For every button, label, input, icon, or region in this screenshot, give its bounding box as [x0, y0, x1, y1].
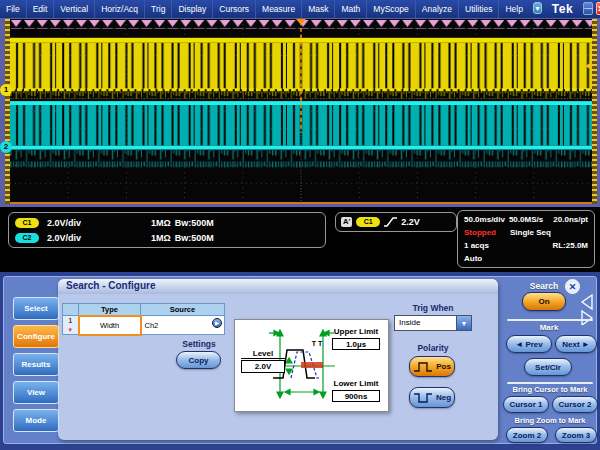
- trig-when-dropdown[interactable]: Inside ▼: [394, 315, 472, 331]
- acquisition-readout-box: 50.0ms/div 50.0MS/s 20.0ns/pt Stopped Si…: [457, 210, 595, 268]
- trigger-channel-badge: C1: [356, 217, 380, 227]
- positive-pulse-icon: [413, 362, 433, 372]
- index-header: [63, 304, 79, 316]
- trigger-level-value: 2.2V: [401, 217, 420, 227]
- channel-readout-box: C1 2.0V/div 1MΩ Bw:500M C2 2.0V/div 1MΩ …: [8, 212, 326, 248]
- chevron-down-icon[interactable]: ▼: [456, 316, 471, 330]
- lower-limit-value[interactable]: 900ns: [332, 390, 380, 402]
- cursor2-button[interactable]: Cursor 2: [552, 396, 598, 413]
- dialog-title: Search - Configure: [58, 279, 498, 294]
- t-marks: T T: [305, 340, 329, 347]
- ch1-waveform: [10, 38, 592, 99]
- acq-count-value: 1 acqs: [464, 241, 489, 250]
- ch1-ground-marker[interactable]: 1: [0, 84, 12, 96]
- bring-zoom-label: Bring Zoom to Mark: [500, 416, 600, 425]
- tab-view[interactable]: View: [13, 381, 59, 404]
- waveform-graticule[interactable]: [10, 19, 592, 204]
- menu-edit[interactable]: Edit: [27, 0, 55, 18]
- search-on-button[interactable]: On: [522, 292, 566, 311]
- table-row: 1 ▼ Width Ch2 ▶: [63, 316, 225, 335]
- polarity-label: Polarity: [392, 343, 474, 353]
- menu-overflow-chevron-icon[interactable]: ▼: [533, 2, 542, 14]
- ch2-impedance: 1MΩ: [151, 233, 171, 243]
- zoom2-button[interactable]: Zoom 2: [506, 427, 548, 443]
- source-cell[interactable]: Ch2 ▶: [141, 316, 225, 335]
- right-scale-ticks: [592, 19, 597, 204]
- tab-select[interactable]: Select: [13, 297, 59, 320]
- bring-cursor-label: Bring Cursor to Mark: [500, 385, 600, 394]
- timebase-value: 50.0ms/div: [464, 215, 505, 224]
- ch1-bandwidth: Bw:500M: [175, 218, 214, 228]
- copy-button[interactable]: Copy: [176, 351, 221, 369]
- polarity-pos-button[interactable]: Pos: [409, 356, 455, 377]
- upper-limit-label: Upper Limit: [327, 327, 385, 336]
- row-dropdown-icon: ▼: [67, 327, 73, 333]
- acq-state-value: Stopped: [464, 228, 496, 237]
- menu-help[interactable]: Help: [499, 0, 528, 18]
- minimize-icon[interactable]: —: [583, 2, 593, 15]
- rising-edge-icon: [384, 217, 397, 228]
- ch2-readout-row[interactable]: C2 2.0V/div 1MΩ Bw:500M: [15, 230, 319, 245]
- lower-limit-label: Lower Limit: [327, 379, 385, 388]
- search-panel: Search - Configure Select Configure Resu…: [0, 272, 600, 450]
- close-icon[interactable]: ✕: [596, 2, 600, 15]
- acq-mode-value: Single Seq: [510, 228, 551, 237]
- menu-math[interactable]: Math: [335, 0, 367, 18]
- ch2-scale: 2.0V/div: [47, 233, 113, 243]
- row-index-cell[interactable]: 1 ▼: [63, 316, 79, 335]
- trigger-level-marker[interactable]: [585, 62, 592, 70]
- menu-trig[interactable]: Trig: [145, 0, 172, 18]
- type-cell[interactable]: Width: [79, 316, 141, 335]
- trigger-source-label: A': [341, 217, 352, 227]
- mark-next-button[interactable]: Next ►: [555, 335, 597, 353]
- menu-file[interactable]: File: [0, 0, 27, 18]
- menu-display[interactable]: Display: [172, 0, 213, 18]
- cursor1-button[interactable]: Cursor 1: [503, 396, 549, 413]
- sample-rate-value: 50.0MS/s: [509, 215, 543, 224]
- readout-bar: C1 2.0V/div 1MΩ Bw:500M C2 2.0V/div 1MΩ …: [0, 207, 600, 272]
- search-panel-body: Search - Configure Select Configure Resu…: [3, 276, 597, 444]
- scope-display-area: 1 2: [0, 18, 600, 207]
- level-value[interactable]: 2.0V: [241, 360, 285, 373]
- tab-mode[interactable]: Mode: [13, 409, 59, 432]
- level-label: Level: [241, 349, 285, 359]
- ch1-impedance: 1MΩ: [151, 218, 171, 228]
- tek-logo: Tek: [542, 0, 583, 18]
- menu-horiz-acq[interactable]: Horiz/Acq: [95, 0, 145, 18]
- ch1-scale: 2.0V/div: [47, 218, 113, 228]
- tab-configure[interactable]: Configure: [13, 325, 59, 348]
- menu-cursors[interactable]: Cursors: [213, 0, 256, 18]
- menu-mask[interactable]: Mask: [302, 0, 335, 18]
- menu-analyze[interactable]: Analyze: [416, 0, 459, 18]
- zoom3-button[interactable]: Zoom 3: [555, 427, 597, 443]
- ch2-bandwidth: Bw:500M: [175, 233, 214, 243]
- nav-left-icon: [582, 295, 592, 309]
- width-diagram-panel: T T Level 2.0V Upper Limit 1.0µs Lower L…: [234, 319, 389, 412]
- divider: [507, 319, 593, 321]
- settings-label: Settings: [169, 339, 229, 349]
- menu-measure[interactable]: Measure: [256, 0, 302, 18]
- ch1-readout-row[interactable]: C1 2.0V/div 1MΩ Bw:500M: [15, 215, 319, 230]
- ch2-badge: C2: [15, 233, 39, 243]
- trigger-readout-box[interactable]: A' C1 2.2V: [335, 212, 457, 232]
- mark-label: Mark: [514, 323, 584, 332]
- tab-results[interactable]: Results: [13, 353, 59, 376]
- upper-limit-value[interactable]: 1.0µs: [332, 338, 380, 350]
- menu-vertical[interactable]: Vertical: [54, 0, 95, 18]
- ch2-ground-marker[interactable]: 2: [0, 141, 12, 153]
- resolution-value: 20.0ns/pt: [553, 215, 588, 224]
- trig-when-value: Inside: [395, 316, 456, 330]
- menu-bar: File Edit Vertical Horiz/Acq Trig Displa…: [0, 0, 600, 18]
- menu-myscope[interactable]: MyScope: [367, 0, 415, 18]
- source-picker-icon[interactable]: ▶: [212, 318, 222, 328]
- panel-close-icon[interactable]: ✕: [565, 279, 580, 294]
- mark-prev-button[interactable]: ◄ Prev: [506, 335, 552, 353]
- polarity-neg-button[interactable]: Neg: [409, 387, 455, 408]
- ch1-badge: C1: [15, 218, 39, 228]
- mark-setclr-button[interactable]: Set/Clr: [524, 358, 572, 376]
- menu-utilities[interactable]: Utilities: [459, 0, 499, 18]
- divider: [507, 382, 593, 384]
- type-header: Type: [79, 304, 141, 316]
- waveform-display: [10, 19, 592, 202]
- source-header: Source: [141, 304, 225, 316]
